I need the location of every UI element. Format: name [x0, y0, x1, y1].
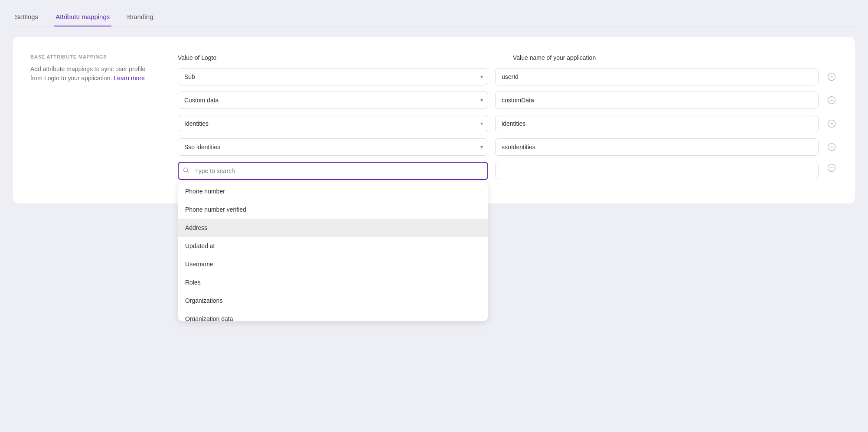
- mapping-row-4: Sso identities ▾: [178, 138, 838, 156]
- dropdown-item-address[interactable]: Address: [178, 219, 488, 237]
- dropdown-item-roles[interactable]: Roles: [178, 273, 488, 291]
- learn-more-link[interactable]: Learn more: [114, 75, 145, 82]
- remove-button-5[interactable]: [826, 162, 838, 174]
- dropdown-menu: Phone number Phone number verified Addre…: [178, 182, 488, 321]
- dropdown-item-phone-number[interactable]: Phone number: [178, 182, 488, 200]
- tab-settings[interactable]: Settings: [13, 9, 40, 26]
- mapping-row-1: Sub ▾: [178, 68, 838, 85]
- dropdown-item-organization-data[interactable]: Organization data: [178, 310, 488, 321]
- section-desc: Add attribute mappings to sync user prof…: [30, 65, 152, 83]
- search-wrapper: Phone number Phone number verified Addre…: [178, 162, 488, 180]
- app-value-input-1[interactable]: [495, 68, 819, 85]
- dropdown-scroll[interactable]: Phone number Phone number verified Addre…: [178, 182, 488, 321]
- left-panel: BASE ATTRIBUTE MAPPINGS Add attribute ma…: [30, 54, 152, 186]
- remove-button-3[interactable]: [826, 118, 838, 130]
- right-panel: Value of Logto Value name of your applic…: [178, 54, 838, 186]
- logto-select-1[interactable]: Sub: [178, 68, 488, 85]
- main-card: BASE ATTRIBUTE MAPPINGS Add attribute ma…: [13, 37, 855, 203]
- remove-button-2[interactable]: [826, 94, 838, 106]
- dropdown-item-updated-at[interactable]: Updated at: [178, 237, 488, 255]
- remove-button-1[interactable]: [826, 71, 838, 83]
- app-value-input-3[interactable]: [495, 115, 819, 132]
- dropdown-item-organizations[interactable]: Organizations: [178, 291, 488, 310]
- mapping-row-3: Identities ▾: [178, 115, 838, 132]
- app-value-input-4[interactable]: [495, 138, 819, 156]
- dropdown-item-username[interactable]: Username: [178, 255, 488, 273]
- mapping-row-5: Phone number Phone number verified Addre…: [178, 162, 838, 180]
- mapping-row-2: Custom data ▾: [178, 92, 838, 109]
- column-headers: Value of Logto Value name of your applic…: [178, 54, 838, 61]
- logto-select-4[interactable]: Sso identities: [178, 138, 488, 156]
- logto-select-3[interactable]: Identities: [178, 115, 488, 132]
- logto-select-wrapper-1: Sub ▾: [178, 68, 488, 85]
- logto-select-2[interactable]: Custom data: [178, 92, 488, 109]
- app-value-input-2[interactable]: [495, 92, 819, 109]
- tabs-bar: Settings Attribute mappings Branding: [13, 9, 855, 26]
- search-input[interactable]: [178, 162, 488, 180]
- col-header-app: Value name of your application: [513, 54, 838, 61]
- col-header-logto: Value of Logto: [178, 54, 503, 61]
- remove-button-4[interactable]: [826, 141, 838, 153]
- tab-branding[interactable]: Branding: [125, 9, 155, 26]
- section-label: BASE ATTRIBUTE MAPPINGS: [30, 54, 152, 59]
- logto-select-wrapper-2: Custom data ▾: [178, 92, 488, 109]
- logto-select-wrapper-3: Identities ▾: [178, 115, 488, 132]
- app-value-input-5[interactable]: [495, 162, 819, 179]
- logto-select-wrapper-4: Sso identities ▾: [178, 138, 488, 156]
- page-wrapper: Settings Attribute mappings Branding BAS…: [0, 0, 868, 212]
- tab-attribute-mappings[interactable]: Attribute mappings: [54, 9, 111, 26]
- dropdown-item-phone-number-verified[interactable]: Phone number verified: [178, 200, 488, 219]
